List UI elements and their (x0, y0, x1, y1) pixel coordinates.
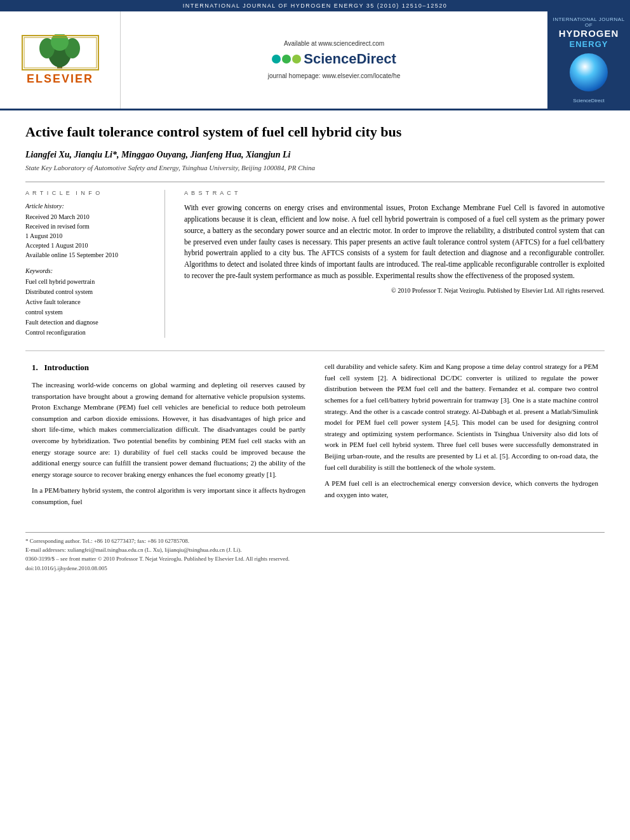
article-info-label: A R T I C L E I N F O (25, 190, 152, 196)
elsevier-label: ELSEVIER (27, 72, 93, 86)
doi-text: doi:10.1016/j.ijhydene.2010.08.005 (25, 565, 107, 571)
affiliation: State Key Laboratory of Automotive Safet… (25, 164, 605, 171)
cover-orb-image (570, 53, 608, 91)
article-title: Active fault tolerance control system of… (25, 123, 605, 142)
sd-text-blue: Direct (356, 51, 396, 67)
elsevier-tree-graphic (19, 34, 102, 71)
body-para-right-2: A PEM fuel cell is an electrochemical en… (325, 478, 598, 500)
keyword-4: control system (25, 307, 152, 317)
article-history-label: Article history: (25, 203, 152, 210)
sciencedirect-logo: ScienceDirect (272, 51, 396, 67)
issn-line: 0360-3199/$ – see front matter © 2010 Pr… (25, 554, 605, 563)
cover-title-main: HYDROGEN ENERGY (559, 28, 619, 50)
email-note: E-mail addresses: xuliangfei@mail.tsingh… (25, 545, 605, 554)
elsevier-logo-block: ELSEVIER (0, 11, 121, 109)
section-1-heading: 1. Introduction (32, 361, 305, 375)
sd-circle-3 (292, 55, 301, 63)
body-col-right: cell durability and vehicle safety. Kim … (325, 361, 598, 512)
abstract-text: With ever growing concerns on energy cri… (184, 203, 605, 282)
doi-line: doi:10.1016/j.ijhydene.2010.08.005 (25, 564, 605, 573)
keyword-2: Distributed control system (25, 287, 152, 297)
keyword-1: Fuel cell hybrid powertrain (25, 277, 152, 287)
corresponding-author-text: * Corresponding author. Tel.: +86 10 627… (25, 538, 189, 544)
keywords-label: Keywords: (25, 267, 152, 274)
received-date: Received 20 March 2010 (25, 212, 152, 222)
email-note-text: E-mail addresses: xuliangfei@mail.tsingh… (25, 547, 242, 553)
section-divider (25, 350, 605, 351)
cover-energy: ENERGY (559, 39, 619, 50)
sciencedirect-text: ScienceDirect (304, 51, 396, 67)
corresponding-author-note: * Corresponding author. Tel.: +86 10 627… (25, 537, 605, 545)
abstract-col: A B S T R A C T With ever growing concer… (184, 190, 605, 338)
issn-text: 0360-3199/$ – see front matter © 2010 Pr… (25, 556, 290, 562)
keyword-3: Active fault tolerance (25, 297, 152, 307)
elsevier-tree-icon (19, 34, 102, 71)
section-1-title: Introduction (44, 363, 90, 372)
cover-publisher-small: ScienceDirect (573, 98, 604, 103)
sd-text-orange: Science (304, 51, 356, 67)
body-col-left: 1. Introduction The increasing world-wid… (32, 361, 305, 512)
article-info-col: A R T I C L E I N F O Article history: R… (25, 190, 165, 338)
available-online: Available online 15 September 2010 (25, 250, 152, 260)
available-at-text: Available at www.sciencedirect.com (284, 40, 384, 47)
article-meta-row: A R T I C L E I N F O Article history: R… (25, 182, 605, 338)
section-1-number: 1. (32, 363, 38, 372)
journal-homepage-text: journal homepage: www.elsevier.com/locat… (268, 72, 400, 79)
received-revised-label: Received in revised form (25, 222, 152, 231)
journal-header-text: INTERNATIONAL JOURNAL OF HYDROGEN ENERGY… (183, 3, 448, 9)
journal-header-bar: INTERNATIONAL JOURNAL OF HYDROGEN ENERGY… (0, 0, 630, 11)
received-revised-date: 1 August 2010 (25, 231, 152, 241)
sd-circle-2 (282, 55, 291, 63)
journal-info-center: Available at www.sciencedirect.com Scien… (121, 11, 547, 109)
body-para-left-2: In a PEM/battery hybrid system, the cont… (32, 485, 305, 507)
body-para-left-1: The increasing world-wide concerns on gl… (32, 380, 305, 480)
article-footer: * Corresponding author. Tel.: +86 10 627… (25, 532, 605, 573)
accepted-date: Accepted 1 August 2010 (25, 241, 152, 250)
keyword-6: Control reconfiguration (25, 328, 152, 338)
body-two-col: 1. Introduction The increasing world-wid… (25, 361, 605, 512)
body-para-right-1: cell durability and vehicle safety. Kim … (325, 361, 598, 473)
cover-hydrogen: HYDROGEN (559, 28, 619, 39)
sd-circle-1 (272, 55, 281, 63)
authors: Liangfei Xu, Jianqiu Li*, Minggao Ouyang… (25, 150, 605, 160)
cover-title-top: International Journal of (551, 17, 626, 28)
copyright-line: © 2010 Professor T. Nejat Veziroglu. Pub… (184, 287, 605, 294)
keyword-5: Fault detection and diagnose (25, 317, 152, 328)
abstract-label: A B S T R A C T (184, 190, 605, 196)
article-content: Active fault tolerance control system of… (0, 110, 630, 526)
publisher-header: ELSEVIER Available at www.sciencedirect.… (0, 11, 630, 110)
journal-cover: International Journal of HYDROGEN ENERGY… (547, 11, 630, 109)
sd-circles (272, 55, 301, 63)
